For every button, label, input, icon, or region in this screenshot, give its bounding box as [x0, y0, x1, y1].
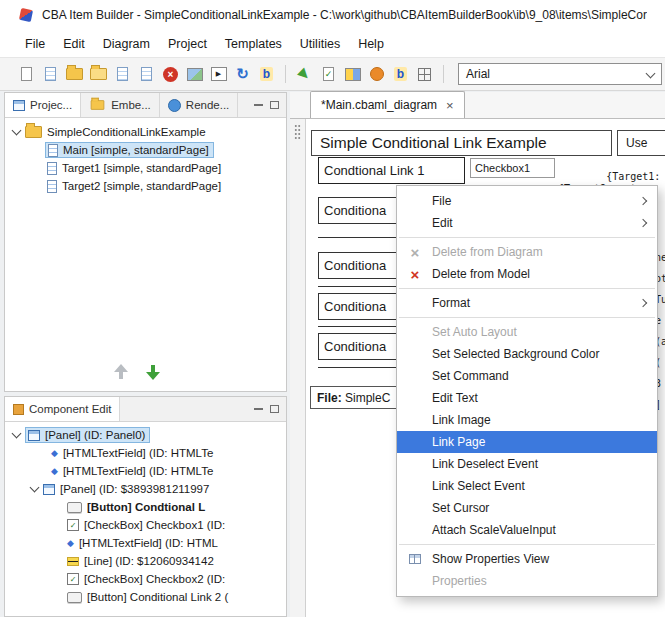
duplicate-item-icon[interactable]	[40, 64, 61, 85]
toolbar: × ▶ ↻ b ▶ ✓ b Arial	[0, 57, 665, 91]
panel-component-icon	[28, 430, 40, 441]
drag-dots-icon	[294, 124, 301, 140]
menu-utilities[interactable]: Utilities	[291, 34, 349, 54]
import-item-icon[interactable]	[136, 64, 157, 85]
record-icon[interactable]	[366, 64, 387, 85]
context-menu: File Edit × Delete from Diagram × Delete…	[396, 185, 658, 597]
tab-project-explorer[interactable]: Projec...	[5, 93, 81, 117]
context-item-format[interactable]: Format	[397, 292, 657, 314]
panel-component-icon	[43, 484, 55, 495]
font-select[interactable]: Arial	[458, 63, 662, 85]
run-icon[interactable]: ▶	[294, 64, 315, 85]
diagram-checkbox1[interactable]: Checkbox1	[470, 158, 555, 178]
toolbar-separator	[285, 65, 286, 83]
renderer-view-icon	[168, 99, 181, 112]
tree-root-row[interactable]: SimpleConditionalLinkExample	[5, 123, 286, 141]
context-item-edit[interactable]: Edit	[397, 212, 657, 234]
move-up-icon[interactable]	[111, 362, 131, 382]
htmltextfield-icon: ◆	[51, 448, 58, 458]
menu-file[interactable]: File	[16, 34, 54, 54]
maximize-panel-icon[interactable]	[270, 101, 279, 109]
context-item-properties: Properties	[397, 570, 657, 592]
image-icon[interactable]	[184, 64, 205, 85]
component-panel-tabs: Component Edit	[5, 397, 286, 422]
project-folder-icon	[25, 126, 42, 138]
tab-embedded[interactable]: Embe...	[81, 93, 160, 117]
context-item-delete-from-model[interactable]: × Delete from Model	[397, 263, 657, 285]
menu-project[interactable]: Project	[159, 34, 216, 54]
expander-icon[interactable]	[12, 429, 22, 439]
component-row-line[interactable]: [Line] (ID: $12060934142	[5, 552, 286, 570]
context-item-edit-text[interactable]: Edit Text	[397, 387, 657, 409]
expander-icon[interactable]	[12, 126, 22, 136]
refresh-icon[interactable]: ↻	[232, 64, 253, 85]
context-item-file[interactable]: File	[397, 190, 657, 212]
menu-templates[interactable]: Templates	[216, 34, 291, 54]
diagram-button-conditional-link-1[interactable]: Condtional Link 1	[318, 157, 465, 184]
palette-handle[interactable]	[290, 119, 306, 617]
tree-row-target1[interactable]: Target1 [simple, standardPage]	[5, 159, 286, 177]
delete-item-icon[interactable]: ×	[160, 64, 181, 85]
diagram-header-fragment-box[interactable]: Use	[617, 130, 665, 156]
tree-row-main[interactable]: Main [simple, standardPage]	[5, 141, 286, 159]
context-item-link-page[interactable]: Link Page	[397, 431, 657, 453]
title-bar: CBA Item Builder - SimpleConditionalLink…	[0, 0, 665, 30]
menu-edit[interactable]: Edit	[54, 34, 94, 54]
export-item-icon[interactable]	[112, 64, 133, 85]
browser-b-icon[interactable]: b	[390, 64, 411, 85]
context-item-attach-scalevalueinput[interactable]: Attach ScaleValueInput	[397, 519, 657, 541]
toolbar-separator	[443, 65, 444, 83]
component-row-panel0[interactable]: [Panel] (ID: Panel0)	[5, 426, 286, 444]
project-root-label: SimpleConditionalLinkExample	[47, 126, 206, 138]
preview-icon[interactable]: ▶	[208, 64, 229, 85]
component-row-checkbox1[interactable]: ✓ [CheckBox] Checkbox1 (ID:	[5, 516, 286, 534]
grid-icon[interactable]	[414, 64, 435, 85]
font-select-value: Arial	[466, 67, 490, 81]
context-item-set-command[interactable]: Set Command	[397, 365, 657, 387]
checkbox-component-icon: ✓	[67, 519, 79, 531]
context-item-link-deselect-event[interactable]: Link Deselect Event	[397, 453, 657, 475]
context-item-link-select-event[interactable]: Link Select Event	[397, 475, 657, 497]
window-title: CBA Item Builder - SimpleConditionalLink…	[42, 8, 647, 22]
maximize-panel-icon[interactable]	[270, 405, 279, 413]
component-row-htmltextfield[interactable]: ◆ [HTMLTextField] (ID: HTML	[5, 534, 286, 552]
component-edit-panel: Component Edit [Panel] (ID: Panel0) ◆ [H…	[4, 396, 287, 617]
component-tree: [Panel] (ID: Panel0) ◆ [HTMLTextField] (…	[5, 422, 286, 606]
tree-row-target2[interactable]: Target2 [simple, standardPage]	[5, 177, 286, 195]
component-row-checkbox2[interactable]: ✓ [CheckBox] Checkbox2 (ID:	[5, 570, 286, 588]
delete-red-icon: ×	[411, 267, 420, 282]
context-item-link-image[interactable]: Link Image	[397, 409, 657, 431]
project-panel-tabs: Projec... Embe... Rende...	[5, 93, 286, 118]
save-folder-icon[interactable]	[88, 64, 109, 85]
new-item-icon[interactable]	[16, 64, 37, 85]
context-item-show-properties-view[interactable]: Show Properties View	[397, 548, 657, 570]
expander-icon[interactable]	[30, 483, 40, 493]
menu-separator	[399, 237, 655, 238]
component-row-inner-panel[interactable]: [Panel] (ID: $3893981211997	[5, 480, 286, 498]
folder-icon	[91, 100, 105, 110]
minimize-panel-icon[interactable]	[254, 408, 263, 411]
move-down-icon[interactable]	[143, 362, 163, 382]
context-item-set-selected-background-color[interactable]: Set Selected Background Color	[397, 343, 657, 365]
diagram-title-box[interactable]: Simple Conditional Link Example	[311, 130, 612, 156]
resources-icon[interactable]	[342, 64, 363, 85]
component-row-button1[interactable]: [Button] Condtional L	[5, 498, 286, 516]
browser-icon[interactable]: b	[256, 64, 277, 85]
validate-icon[interactable]: ✓	[318, 64, 339, 85]
open-folder-icon[interactable]	[64, 64, 85, 85]
component-row-htmltextfield[interactable]: ◆ [HTMLTextField] (ID: HTMLTe	[5, 462, 286, 480]
menu-diagram[interactable]: Diagram	[94, 34, 159, 54]
submenu-arrow-icon	[639, 219, 647, 227]
menu-help[interactable]: Help	[349, 34, 393, 54]
close-tab-icon[interactable]: ×	[446, 99, 454, 112]
project-tree: SimpleConditionalLinkExample Main [simpl…	[5, 118, 286, 195]
context-item-delete-from-diagram: × Delete from Diagram	[397, 241, 657, 263]
component-row-button2[interactable]: [Button] Conditional Link 2 (	[5, 588, 286, 606]
submenu-arrow-icon	[639, 299, 647, 307]
tab-main-diagram[interactable]: *Main.cbaml_diagram ×	[310, 91, 465, 118]
tab-renderer[interactable]: Rende...	[160, 93, 238, 117]
tab-component-edit[interactable]: Component Edit	[5, 397, 120, 421]
context-item-set-cursor[interactable]: Set Cursor	[397, 497, 657, 519]
minimize-panel-icon[interactable]	[254, 104, 263, 107]
component-row-htmltextfield[interactable]: ◆ [HTMLTextField] (ID: HTMLTe	[5, 444, 286, 462]
